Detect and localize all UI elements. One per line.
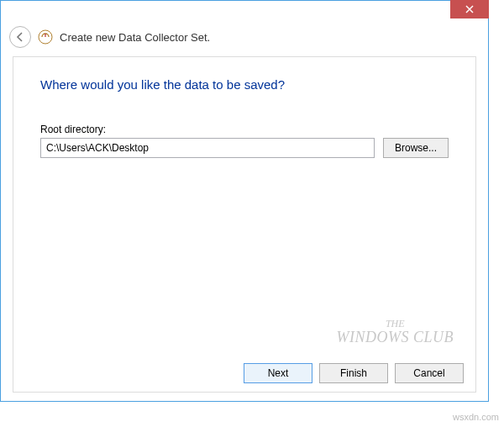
back-arrow-icon bbox=[14, 31, 26, 43]
root-directory-label: Root directory: bbox=[40, 124, 449, 135]
root-directory-group: Root directory: Browse... bbox=[13, 98, 475, 158]
content-panel: Where would you like the data to be save… bbox=[13, 56, 476, 393]
source-attribution: wsxdn.com bbox=[453, 412, 499, 422]
close-icon bbox=[465, 5, 474, 13]
back-button[interactable] bbox=[9, 26, 31, 48]
wizard-button-row: Next Finish Cancel bbox=[244, 363, 464, 383]
next-button[interactable]: Next bbox=[244, 363, 312, 383]
browse-button[interactable]: Browse... bbox=[383, 138, 449, 158]
watermark: THE WINDOWS CLUB bbox=[337, 319, 454, 346]
watermark-line1: THE bbox=[337, 319, 454, 329]
page-heading: Where would you like the data to be save… bbox=[13, 57, 475, 98]
root-directory-row: Browse... bbox=[40, 138, 449, 158]
watermark-line2: WINDOWS CLUB bbox=[337, 329, 454, 346]
close-button[interactable] bbox=[450, 0, 489, 18]
cancel-button[interactable]: Cancel bbox=[395, 363, 464, 383]
wizard-title: Create new Data Collector Set. bbox=[60, 31, 210, 44]
wizard-icon bbox=[38, 29, 53, 45]
wizard-window: Create new Data Collector Set. Where wou… bbox=[0, 0, 489, 402]
root-directory-input[interactable] bbox=[40, 138, 375, 158]
titlebar bbox=[1, 1, 488, 24]
finish-button[interactable]: Finish bbox=[319, 363, 388, 383]
header-row: Create new Data Collector Set. bbox=[1, 24, 488, 56]
